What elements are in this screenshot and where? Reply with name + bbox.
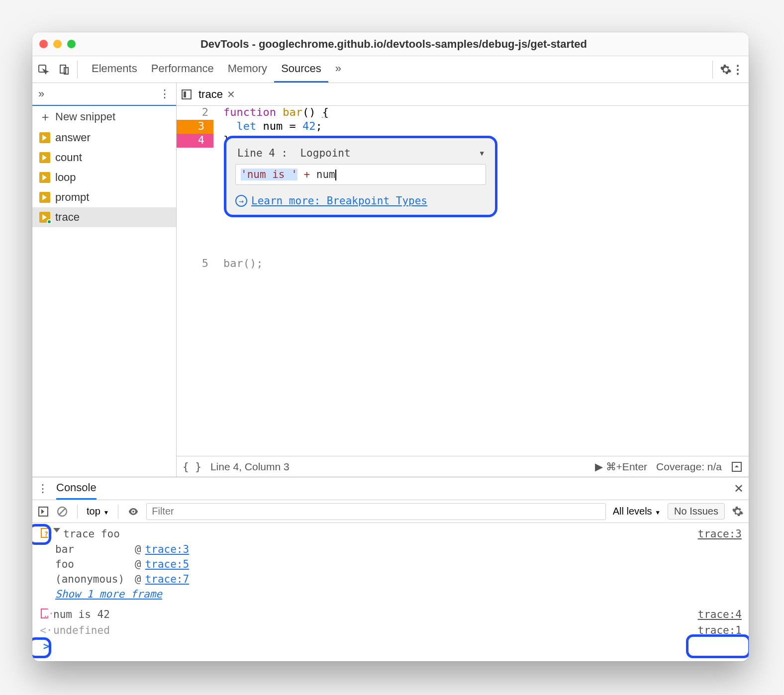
line-number[interactable]: 2 xyxy=(177,106,213,120)
issues-button[interactable]: No Issues xyxy=(668,503,725,520)
code-area[interactable]: 2 function bar() { 3 let num = 42; 4 } L… xyxy=(177,106,749,456)
stack-link[interactable]: trace:7 xyxy=(145,573,190,585)
stack-link[interactable]: trace:5 xyxy=(145,558,190,570)
prompt-caret-icon: > xyxy=(39,640,53,652)
console-entry-trace[interactable]: ? trace foo trace:3 xyxy=(39,526,742,542)
kebab-menu-icon[interactable]: ⋮ xyxy=(37,482,48,495)
code-line: let num = 42; xyxy=(213,120,322,134)
filter-input[interactable] xyxy=(146,503,605,520)
kebab-menu-icon[interactable]: ⋮ xyxy=(732,63,744,77)
tab-memory[interactable]: Memory xyxy=(221,56,274,83)
minimize-window-button[interactable] xyxy=(53,40,62,48)
new-snippet-button[interactable]: ＋ New snippet xyxy=(32,106,176,128)
source-link[interactable]: trace:3 xyxy=(697,528,742,540)
console-output: ? trace foo trace:3 bar@trace:3 foo@trac… xyxy=(32,523,749,661)
console-panel: ⋮ Console ✕ top ▼ All levels ▼ No Issues… xyxy=(32,477,749,661)
console-message: num is 42 xyxy=(53,608,110,620)
window-title: DevTools - googlechrome.github.io/devtoo… xyxy=(81,38,742,51)
kebab-menu-icon[interactable]: ⋮ xyxy=(159,87,170,100)
tab-console[interactable]: Console xyxy=(56,477,97,500)
snippet-icon xyxy=(39,192,50,203)
console-toolbar: top ▼ All levels ▼ No Issues xyxy=(32,500,749,523)
editor-tab-label: trace xyxy=(198,88,223,101)
snippet-icon xyxy=(39,132,50,143)
popover-line-label: Line 4 : xyxy=(237,147,288,159)
snippet-item-trace[interactable]: trace xyxy=(32,207,176,227)
editor-tabbar: trace ✕ xyxy=(177,83,749,106)
gear-icon[interactable] xyxy=(720,64,732,76)
devtools-window: DevTools - googlechrome.github.io/devtoo… xyxy=(32,32,749,661)
editor-tab-trace[interactable]: trace ✕ xyxy=(198,88,235,101)
stack-frame: (anonymous)@trace:7 xyxy=(55,572,742,587)
close-icon[interactable]: ✕ xyxy=(734,482,744,496)
svg-rect-1 xyxy=(60,65,66,73)
separator xyxy=(77,61,78,79)
snippet-icon xyxy=(39,212,50,223)
zoom-window-button[interactable] xyxy=(67,40,76,48)
snippet-item-count[interactable]: count xyxy=(32,148,176,168)
breakpoint-type-select[interactable]: Logpoint xyxy=(300,147,350,159)
console-prompt[interactable]: > xyxy=(39,638,742,654)
learn-more-link[interactable]: Learn more: Breakpoint Types xyxy=(235,195,486,207)
context-selector[interactable]: top ▼ xyxy=(87,506,109,517)
expand-chevron-icon[interactable] xyxy=(53,528,60,532)
new-snippet-label: New snippet xyxy=(55,110,115,123)
code-editor: trace ✕ 2 function bar() { 3 let num = 4… xyxy=(177,83,749,477)
log-levels-select[interactable]: All levels ▼ xyxy=(613,506,661,517)
separator xyxy=(712,61,713,79)
logpoint-expression-input[interactable]: 'num is ' + num xyxy=(235,164,486,185)
close-icon[interactable]: ✕ xyxy=(227,88,235,100)
sidebar-tabs: » ⋮ xyxy=(32,83,176,106)
tab-performance[interactable]: Performance xyxy=(144,56,221,83)
source-link[interactable]: trace:4 xyxy=(697,608,742,620)
toggle-sidebar-icon[interactable] xyxy=(731,461,743,473)
logpoint-marker-icon: ‥ xyxy=(41,608,52,618)
pretty-print-icon[interactable]: { } xyxy=(183,461,201,473)
cursor-position: Line 4, Column 3 xyxy=(210,461,290,473)
stack-frame: foo@trace:5 xyxy=(55,557,742,572)
toggle-navigator-icon[interactable] xyxy=(182,89,192,99)
toggle-sidebar-icon[interactable] xyxy=(37,506,49,518)
gear-icon[interactable] xyxy=(732,506,744,518)
clear-console-icon[interactable] xyxy=(56,506,68,518)
snippet-icon xyxy=(39,172,50,183)
console-entry-logpoint[interactable]: ‥ num is 42 trace:4 xyxy=(39,607,742,622)
snippet-item-loop[interactable]: loop xyxy=(32,168,176,187)
devtools-toolbar: Elements Performance Memory Sources » ⋮ xyxy=(32,56,749,83)
close-window-button[interactable] xyxy=(39,40,48,48)
stack-link[interactable]: trace:3 xyxy=(145,543,190,555)
snippets-sidebar: » ⋮ ＋ New snippet answer count loop prom… xyxy=(32,83,177,477)
breakpoint-editor-popover: Line 4 : Logpoint ▼ 'num is ' + num Lear… xyxy=(224,136,497,217)
snippet-item-answer[interactable]: answer xyxy=(32,128,176,148)
source-link[interactable]: trace:1 xyxy=(697,624,742,636)
show-more-frames-link[interactable]: Show 1 more frame xyxy=(55,588,162,600)
tab-sources[interactable]: Sources xyxy=(274,56,328,83)
titlebar: DevTools - googlechrome.github.io/devtoo… xyxy=(32,32,749,56)
live-expression-icon[interactable] xyxy=(127,506,139,518)
svg-point-7 xyxy=(132,511,134,513)
chevron-down-icon[interactable]: ▼ xyxy=(480,149,484,157)
console-entry-return: <· undefined trace:1 xyxy=(39,622,742,638)
arrow-circle-icon xyxy=(235,195,247,207)
console-message: trace foo xyxy=(63,528,120,540)
snippet-item-prompt[interactable]: prompt xyxy=(32,187,176,207)
line-number[interactable]: 5 xyxy=(177,257,213,271)
window-controls xyxy=(39,40,76,48)
inspect-icon[interactable] xyxy=(37,64,49,76)
learn-more-label: Learn more: Breakpoint Types xyxy=(251,195,427,207)
snippet-icon xyxy=(39,152,50,163)
code-line: function bar() { xyxy=(213,106,329,120)
line-number-conditional-bp[interactable]: 3 xyxy=(177,120,213,134)
more-sidebar-tabs[interactable]: » xyxy=(38,87,44,100)
editor-statusbar: { } Line 4, Column 3 ▶ ⌘+Enter Coverage:… xyxy=(177,456,749,477)
sources-pane: » ⋮ ＋ New snippet answer count loop prom… xyxy=(32,83,749,477)
line-number-logpoint[interactable]: 4 xyxy=(177,134,213,148)
tab-elements[interactable]: Elements xyxy=(85,56,144,83)
run-snippet-button[interactable]: ▶ ⌘+Enter xyxy=(595,461,647,473)
device-toggle-icon[interactable] xyxy=(58,64,70,76)
modified-dot-icon xyxy=(47,219,52,224)
more-tabs[interactable]: » xyxy=(328,56,348,83)
stack-trace: bar@trace:3 foo@trace:5 (anonymous)@trac… xyxy=(39,542,742,602)
coverage-status: Coverage: n/a xyxy=(656,461,722,473)
snippets-list: answer count loop prompt trace xyxy=(32,128,176,477)
